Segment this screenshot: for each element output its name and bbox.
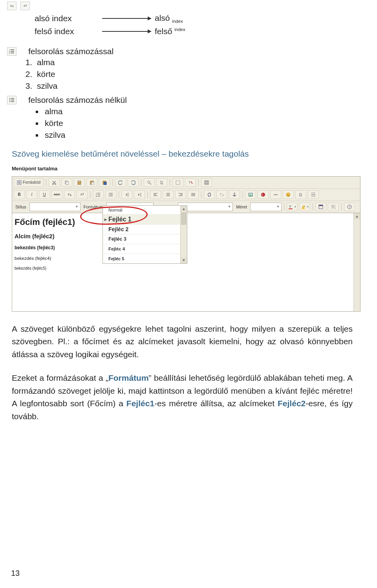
align-left-button[interactable] xyxy=(150,190,161,199)
bgcolor-icon[interactable]: ▾ xyxy=(299,203,310,211)
textcolor-icon[interactable]: T▾ xyxy=(287,203,298,211)
maximize-icon[interactable] xyxy=(315,203,326,211)
dropdown-item-f5[interactable]: Fejléc 5 xyxy=(103,254,187,263)
showblocks-icon[interactable] xyxy=(328,203,339,211)
svg-point-21 xyxy=(55,183,56,184)
find-icon[interactable] xyxy=(144,178,155,187)
svg-text:3: 3 xyxy=(9,52,10,54)
svg-rect-49 xyxy=(97,196,100,196)
svg-line-33 xyxy=(150,183,151,184)
svg-rect-74 xyxy=(191,194,195,195)
felso-index-sup: index xyxy=(174,27,185,32)
specialchar-icon[interactable]: Ω xyxy=(295,190,306,199)
scroll-thumb[interactable] xyxy=(181,213,186,225)
svg-rect-53 xyxy=(110,194,113,195)
svg-rect-7 xyxy=(11,51,14,52)
scroll-up-icon[interactable]: ▲ xyxy=(354,213,360,219)
editor-preview-pane: Főcím (fejléc1) Alcím (fejléc2) bekezdés… xyxy=(12,213,106,311)
svg-rect-36 xyxy=(176,181,180,184)
source-button[interactable]: Forráskód xyxy=(14,178,44,187)
paste-text-icon[interactable] xyxy=(86,178,97,187)
svg-rect-47 xyxy=(97,194,100,195)
flash-icon[interactable]: f xyxy=(258,190,269,199)
indent-button[interactable] xyxy=(134,190,145,199)
strike-button[interactable]: ABC xyxy=(51,190,62,199)
image-icon[interactable] xyxy=(245,190,256,199)
about-icon[interactable]: ? xyxy=(344,203,355,211)
style-label: Stílus xyxy=(15,205,26,209)
anchor-icon[interactable] xyxy=(229,190,240,199)
svg-rect-63 xyxy=(140,196,141,196)
cut-icon[interactable] xyxy=(49,178,60,187)
numlist-button[interactable]: 123 xyxy=(93,190,104,199)
link-icon[interactable] xyxy=(204,190,215,199)
size-combo[interactable]: ▼ xyxy=(250,203,282,211)
underline-button[interactable]: U xyxy=(39,190,50,199)
style-combo[interactable]: ▼ xyxy=(29,203,81,211)
scroll-down-icon[interactable]: ▼ xyxy=(181,257,187,263)
remove-format-icon[interactable]: T xyxy=(185,178,196,187)
dropdown-scrollbar[interactable]: ▲ ▼ xyxy=(180,206,187,263)
pagebreak-icon[interactable] xyxy=(308,190,319,199)
bold-button[interactable]: B xyxy=(14,190,25,199)
svg-rect-27 xyxy=(92,182,94,185)
chevron-down-icon: ▼ xyxy=(75,205,79,208)
bulleted-list-icon[interactable] xyxy=(7,96,16,104)
replace-icon[interactable]: ab xyxy=(156,178,167,187)
italic-button[interactable]: I xyxy=(26,190,37,199)
dropdown-item-f4[interactable]: Fejléc 4 xyxy=(103,244,187,254)
svg-rect-72 xyxy=(179,195,183,196)
unlink-icon[interactable] xyxy=(216,190,227,199)
svg-point-96 xyxy=(332,206,334,207)
svg-rect-71 xyxy=(180,194,183,195)
editor-scrollbar[interactable]: ▲ xyxy=(353,213,360,311)
svg-point-52 xyxy=(109,194,110,195)
numbered-list-icon[interactable]: 123 xyxy=(7,47,16,56)
align-center-button[interactable] xyxy=(163,190,174,199)
svg-point-20 xyxy=(52,183,53,184)
bulletlist-button[interactable] xyxy=(105,190,116,199)
dropdown-item-normal[interactable]: Normál xyxy=(103,206,187,214)
svg-rect-75 xyxy=(191,195,195,196)
svg-marker-3 xyxy=(148,29,152,33)
hr-icon[interactable] xyxy=(270,190,281,199)
svg-rect-15 xyxy=(11,101,14,102)
redo-icon[interactable] xyxy=(128,178,139,187)
preview-h4: bekezdés (fejléc4) xyxy=(15,256,103,261)
copy-icon[interactable] xyxy=(61,178,72,187)
undo-icon[interactable] xyxy=(115,178,126,187)
bulleted-list: alma körte szilva xyxy=(43,107,357,140)
svg-rect-66 xyxy=(154,195,157,196)
list-item: szilva xyxy=(43,130,357,140)
superscript-icon-label: ×² xyxy=(24,4,27,8)
sup-button[interactable]: ×² xyxy=(77,190,88,199)
align-justify-button[interactable] xyxy=(188,190,199,199)
svg-rect-57 xyxy=(127,193,129,194)
svg-rect-39 xyxy=(205,181,209,184)
table-icon[interactable] xyxy=(201,178,212,187)
svg-rect-87 xyxy=(312,193,315,194)
sub-button[interactable]: ×₂ xyxy=(64,190,75,199)
paste-icon[interactable] xyxy=(74,178,85,187)
paste-word-icon[interactable] xyxy=(99,178,110,187)
svg-rect-10 xyxy=(9,98,10,99)
scroll-up-icon[interactable]: ▲ xyxy=(181,206,187,212)
editor-menu-label: Menüpont tartalma xyxy=(12,166,361,172)
preview-h3: bekezdés (fejléc3) xyxy=(15,245,103,250)
svg-point-54 xyxy=(109,195,110,196)
outdent-button[interactable] xyxy=(121,190,132,199)
svg-rect-59 xyxy=(127,196,129,196)
svg-line-97 xyxy=(334,207,335,208)
svg-rect-67 xyxy=(166,193,170,194)
svg-rect-94 xyxy=(319,205,323,206)
dropdown-item-f2[interactable]: Fejléc 2 xyxy=(103,224,187,234)
smiley-icon[interactable] xyxy=(283,190,294,199)
svg-text:T: T xyxy=(188,181,191,184)
format-word: Formátum xyxy=(108,373,149,382)
subscript-icon[interactable]: ×₂ xyxy=(7,2,16,10)
selectall-icon[interactable] xyxy=(172,178,183,187)
superscript-icon[interactable]: ×² xyxy=(20,2,30,10)
dropdown-item-f1[interactable]: Fejléc 1 xyxy=(103,214,187,224)
dropdown-item-f3[interactable]: Fejléc 3 xyxy=(103,234,187,244)
align-right-button[interactable] xyxy=(175,190,186,199)
